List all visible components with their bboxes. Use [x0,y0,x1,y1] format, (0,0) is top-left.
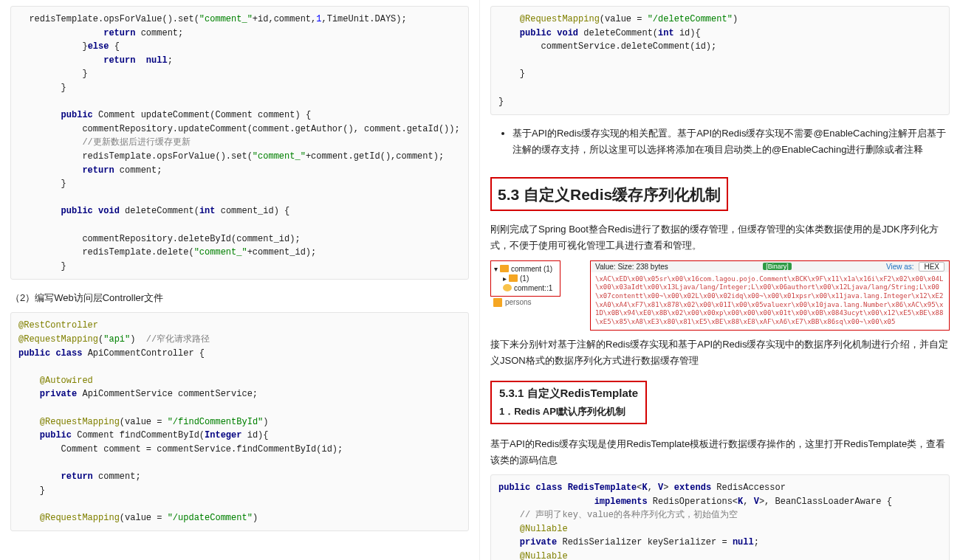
para-5-3-1: 基于API的Redis缓存实现是使用RedisTemplate模板进行数据缓存操… [490,436,950,469]
heading-5-3: 5.3 自定义Redis缓存序列化机制 [490,177,728,211]
step-2-label: （2）编写Web访问层Controller文件 [10,290,469,306]
redis-key-tree: ▾comment (1) ▸(1) comment::1 [490,260,560,297]
heading-5-3-1-box: 5.3.1 自定义RedisTemplate 1．Redis API默认序列化机… [490,381,647,424]
view-as-label: View as: [886,263,914,271]
para-5-3-followup: 接下来分别针对基于注解的Redis缓存实现和基于API的Redis缓存实现中的数… [490,336,950,369]
right-column: @RequestMapping(value = "/deleteComment"… [480,0,960,560]
persons-key: persons [490,298,560,307]
heading-5-3-1: 5.3.1 自定义RedisTemplate [499,387,638,401]
redis-screenshot: ▾comment (1) ▸(1) comment::1 persons Val… [490,260,950,331]
bullet-api-config: 基于API的Redis缓存实现的相关配置。基于API的Redis缓存实现不需要@… [512,125,950,158]
left-column: redisTemplate.opsForValue().set("comment… [0,0,480,560]
redis-value-panel: Value: Size: 238 bytes [Binary] View as:… [590,260,950,331]
code-block-1: redisTemplate.opsForValue().set("comment… [10,6,469,280]
code-block-2: @RestController @RequestMapping("api") /… [10,312,469,531]
binary-badge: [Binary] [763,263,792,270]
para-5-3-intro: 刚刚完成了Spring Boot整合Redis进行了数据的缓存管理，但缓存管理的… [490,221,950,254]
code-block-3: public class RedisTemplate<K, V> extends… [490,474,950,560]
code-block-0: @RequestMapping(value = "/deleteComment"… [490,6,950,115]
view-as-select[interactable]: HEX [919,262,944,272]
step-1-label: 1．Redis API默认序列化机制 [499,405,638,418]
hex-dump: \xAC\xED\x00\x05sr\x00\x16com.lagou.pojo… [591,272,949,330]
